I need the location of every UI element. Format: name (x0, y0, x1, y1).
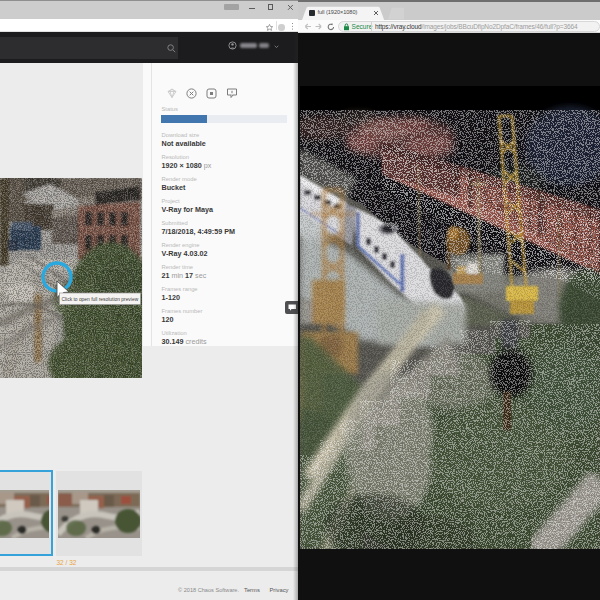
svg-text:Click to open full resolution: Click to open full resolution preview (62, 297, 139, 302)
